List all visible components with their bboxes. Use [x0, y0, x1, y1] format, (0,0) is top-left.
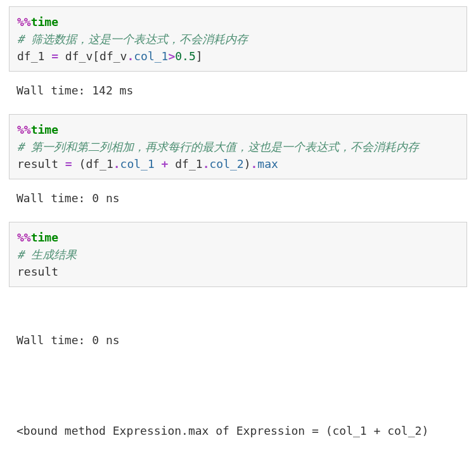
- code-cell-3-input: %%time # 生成结果 result: [9, 222, 467, 287]
- code-cell-2-output: Wall time: 0 ns: [9, 187, 467, 217]
- magic-cmd: time: [31, 15, 58, 29]
- code-line: result = (df_1.col_1 + df_1.col_2).max: [17, 155, 459, 172]
- code-cell-1-output: Wall time: 142 ms: [9, 79, 467, 109]
- comment-line: # 第一列和第二列相加，再求每行的最大值，这也是一个表达式，不会消耗内存: [17, 138, 459, 155]
- magic-pct: %%: [17, 15, 31, 29]
- code-cell-3-output: Wall time: 0 ns <bound method Expression…: [9, 295, 467, 469]
- code-cell-2-input: %%time # 第一列和第二列相加，再求每行的最大值，这也是一个表达式，不会消…: [9, 114, 467, 179]
- magic-line: %%time: [17, 13, 459, 30]
- comment-line: # 生成结果: [17, 246, 459, 263]
- code-cell-1-input: %%time # 筛选数据，这是一个表达式，不会消耗内存 df_1 = df_v…: [9, 6, 467, 72]
- output-line: <bound method Expression.max of Expressi…: [16, 422, 460, 439]
- code-line: df_1 = df_v[df_v.col_1>0.5]: [17, 48, 459, 65]
- magic-line: %%time: [17, 121, 459, 138]
- magic-line: %%time: [17, 229, 459, 246]
- wall-time: Wall time: 0 ns: [16, 331, 460, 349]
- code-line: result: [17, 263, 459, 280]
- comment-line: # 筛选数据，这是一个表达式，不会消耗内存: [17, 30, 459, 48]
